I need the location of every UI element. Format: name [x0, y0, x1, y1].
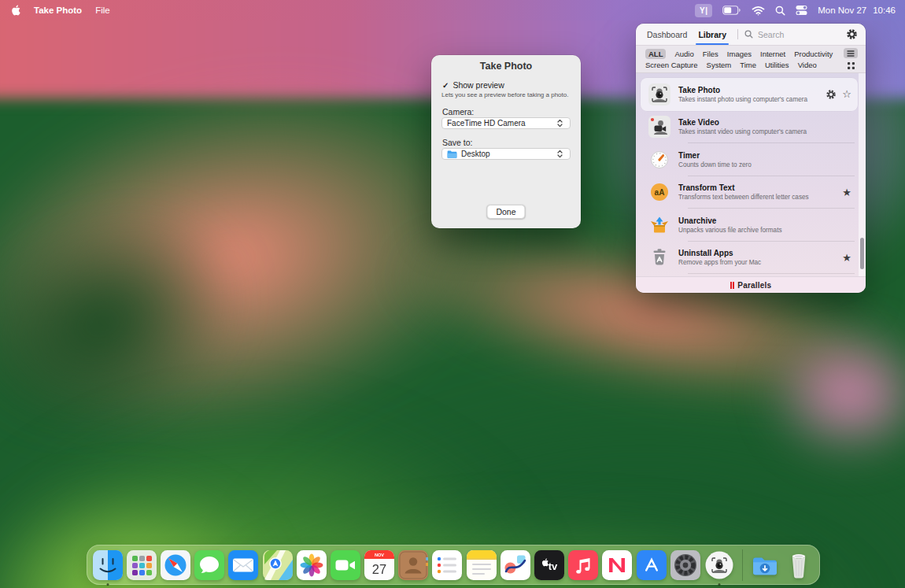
dock-item-photos[interactable] — [297, 550, 327, 580]
parallels-toolbox-icon[interactable]: Y| — [695, 4, 712, 17]
star-filled-icon[interactable]: ★ — [842, 187, 851, 198]
battery-icon[interactable] — [722, 6, 741, 15]
show-preview-label: Show preview — [452, 80, 504, 90]
dock-item-app-store[interactable] — [637, 550, 667, 580]
dock-item-downloads[interactable] — [750, 550, 780, 580]
dock-item-calendar[interactable]: NOV27 — [364, 550, 394, 580]
svg-text:27: 27 — [372, 562, 386, 576]
dock-item-tv[interactable]: tv — [534, 550, 564, 580]
menubar-date: Mon Nov 27 — [818, 6, 866, 15]
tab-library[interactable]: Library — [698, 24, 726, 45]
dock-item-reminders[interactable] — [432, 550, 462, 580]
wifi-icon[interactable] — [752, 6, 765, 16]
tool-row-unarchive[interactable]: UnarchiveUnpacks various file archive fo… — [641, 209, 858, 242]
dock-separator — [742, 549, 743, 581]
dock-item-safari[interactable] — [161, 550, 190, 580]
tool-row-take-photo[interactable]: Take PhotoTakes instant photo using comp… — [641, 78, 858, 111]
menu-bar: Take Photo File Y| Mon Nov 27 10:46 — [0, 0, 905, 20]
parallels-logo-icon — [730, 282, 735, 289]
dock: NOV27tv — [87, 545, 820, 585]
filter-utilities[interactable]: Utilities — [765, 61, 789, 69]
tool-title: Take Photo — [678, 86, 826, 94]
parallels-toolbox-panel: Dashboard Library ALLAudioFilesImagesInt… — [636, 24, 866, 293]
tool-row-timer[interactable]: TimerCounts down time to zero — [641, 143, 858, 176]
dock-item-maps[interactable] — [263, 550, 293, 580]
filter-files[interactable]: Files — [703, 50, 718, 58]
tool-title: Take Video — [678, 118, 851, 127]
unarchive-icon — [648, 214, 670, 236]
checkmark-icon: ✓ — [442, 81, 449, 90]
list-view-toggle[interactable] — [844, 48, 858, 58]
tool-row-transform-text[interactable]: aATransform TextTransforms text between … — [641, 176, 858, 209]
folder-icon — [447, 150, 457, 158]
star-outline-icon[interactable]: ☆ — [842, 89, 851, 99]
dock-item-mail[interactable] — [228, 550, 258, 580]
filter-all[interactable]: ALL — [645, 49, 666, 59]
category-filter-bar: ALLAudioFilesImagesInternetProductivity … — [636, 46, 866, 73]
filter-system[interactable]: System — [707, 61, 732, 69]
dock-item-contacts[interactable] — [398, 550, 428, 580]
take-photo-dialog: Take Photo ✓ Show preview Lets you see a… — [431, 55, 581, 228]
timer-icon — [648, 149, 670, 171]
tool-row-uninstall-apps[interactable]: Uninstall AppsRemove apps from your Mac★ — [641, 242, 858, 275]
dock-item-notes[interactable] — [467, 550, 497, 580]
tool-title: Uninstall Apps — [678, 249, 842, 257]
dock-item-facetime[interactable] — [331, 550, 360, 580]
camera-label: Camera: — [442, 107, 474, 116]
filter-internet[interactable]: Internet — [760, 50, 785, 58]
gear-icon[interactable] — [846, 28, 858, 40]
camera-select[interactable]: FaceTime HD Camera — [441, 117, 571, 129]
menu-file[interactable]: File — [95, 6, 110, 15]
show-preview-checkbox[interactable]: ✓ Show preview — [442, 80, 504, 90]
filter-audio[interactable]: Audio — [674, 50, 693, 58]
filter-productivity[interactable]: Productivity — [794, 50, 833, 58]
tool-title: Transform Text — [678, 183, 842, 192]
search-field[interactable] — [744, 28, 846, 42]
menubar-clock[interactable]: Mon Nov 27 10:46 — [818, 6, 896, 15]
dock-item-freeform[interactable] — [501, 550, 530, 580]
apple-logo-icon[interactable] — [11, 5, 20, 16]
uninstall-apps-icon — [648, 246, 670, 268]
search-input[interactable] — [756, 29, 838, 40]
spotlight-icon[interactable] — [775, 6, 785, 16]
tool-row-take-video[interactable]: Take VideoTakes instant video using comp… — [641, 111, 858, 144]
save-to-select[interactable]: Desktop — [441, 148, 571, 160]
camera-select-value: FaceTime HD Camera — [447, 119, 557, 128]
dock-item-system-settings[interactable] — [670, 550, 700, 580]
stepper-icon — [557, 150, 563, 158]
save-to-select-value: Desktop — [461, 150, 557, 158]
scrollbar-thumb[interactable] — [860, 238, 864, 269]
tool-description: Unpacks various file archive formats — [678, 227, 851, 234]
grid-view-toggle[interactable] — [844, 61, 858, 71]
tab-dashboard[interactable]: Dashboard — [647, 24, 687, 45]
filter-video[interactable]: Video — [798, 61, 817, 69]
tool-description: Takes instant video using computer's cam… — [678, 128, 851, 135]
dock-item-music[interactable] — [568, 550, 598, 580]
take-photo-icon — [648, 83, 670, 105]
show-preview-hint: Lets you see a preview before taking a p… — [441, 91, 574, 98]
filter-screen-capture[interactable]: Screen Capture — [645, 61, 698, 69]
dock-item-launchpad[interactable] — [127, 550, 157, 580]
dock-item-take-photo[interactable] — [704, 550, 734, 580]
dock-item-messages[interactable] — [194, 550, 224, 580]
dock-item-news[interactable] — [602, 550, 632, 580]
tool-description: Counts down time to zero — [678, 161, 851, 168]
svg-text:NOV: NOV — [375, 553, 384, 557]
panel-footer: Parallels — [636, 276, 866, 293]
control-center-icon[interactable] — [796, 5, 807, 16]
filter-time[interactable]: Time — [740, 61, 756, 69]
search-icon — [744, 28, 753, 42]
svg-text:aA: aA — [655, 188, 665, 197]
tool-settings-gear-icon[interactable] — [826, 89, 837, 100]
dock-item-trash[interactable] — [784, 550, 814, 580]
menubar-app-name[interactable]: Take Photo — [34, 6, 82, 15]
running-indicator-dot — [718, 583, 720, 586]
filter-images[interactable]: Images — [727, 50, 752, 58]
take-video-icon — [648, 116, 670, 138]
svg-text:tv: tv — [549, 560, 558, 571]
tool-description: Transforms text between different letter… — [678, 194, 842, 201]
done-button[interactable]: Done — [486, 205, 525, 219]
transform-text-icon: aA — [648, 181, 670, 203]
dock-item-finder[interactable] — [93, 550, 123, 580]
star-filled-icon[interactable]: ★ — [842, 253, 851, 263]
